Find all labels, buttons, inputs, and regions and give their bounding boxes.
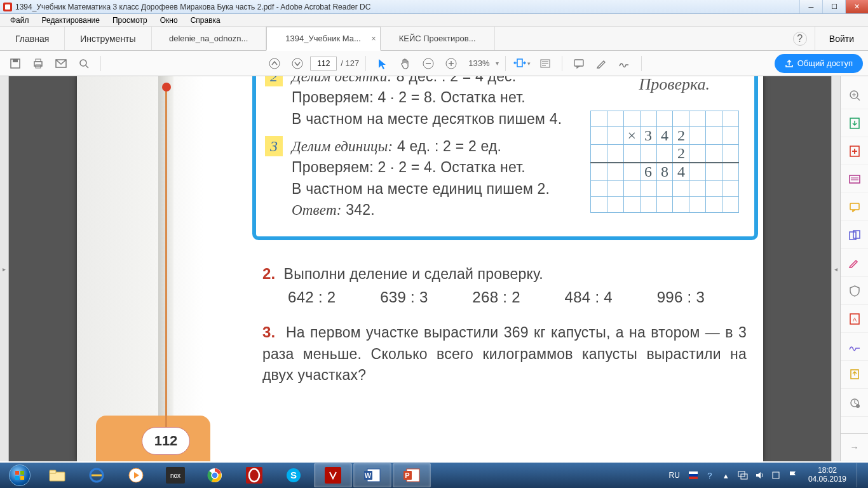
window-title: 1394_Учебник Математика 3 класс Дорофеев… xyxy=(15,3,799,11)
page-input[interactable] xyxy=(310,57,337,71)
tray-flag-icon[interactable] xyxy=(688,470,699,481)
window-minimize[interactable]: ─ xyxy=(799,0,822,13)
sign-icon[interactable] xyxy=(614,53,635,74)
page-up-icon[interactable] xyxy=(264,53,285,74)
tool-comment-icon[interactable] xyxy=(841,193,869,221)
taskbar-ie-icon[interactable] xyxy=(78,463,116,487)
tool-redact-icon[interactable] xyxy=(841,277,869,305)
window-maximize[interactable]: ☐ xyxy=(822,0,845,13)
show-desktop[interactable] xyxy=(857,463,863,487)
svg-point-11 xyxy=(292,58,302,69)
doc-tab-2[interactable]: 1394_Учебник Ма...× xyxy=(266,27,381,51)
menu-file[interactable]: Файл xyxy=(4,15,36,26)
highlight-icon[interactable] xyxy=(592,53,612,74)
system-tray: RU ? ▴ 18:02 04.06.2019 xyxy=(667,463,865,488)
tool-create-pdf-icon[interactable] xyxy=(841,137,869,165)
fit-width-icon[interactable]: ▾ xyxy=(512,53,532,74)
hand-icon[interactable] xyxy=(395,53,416,74)
page-down-icon[interactable] xyxy=(287,53,308,74)
tool-more-icon[interactable] xyxy=(841,389,869,417)
svg-rect-45 xyxy=(20,476,24,480)
window-titlebar: 1394_Учебник Математика 3 класс Дорофеев… xyxy=(0,0,868,14)
tray-sound-icon[interactable] xyxy=(754,470,765,481)
left-panel-toggle[interactable]: ▸ xyxy=(0,76,9,461)
tray-clock[interactable]: 18:02 04.06.2019 xyxy=(803,466,851,484)
doc-tab-3[interactable]: КЕЙС Проектиров... xyxy=(381,27,495,50)
right-panel-toggle[interactable]: ◂ xyxy=(831,76,840,461)
menu-view[interactable]: Просмотр xyxy=(106,15,154,26)
svg-rect-3 xyxy=(13,59,18,62)
taskbar-chrome-icon[interactable] xyxy=(196,463,234,487)
taskbar-nox-icon[interactable]: nox xyxy=(156,463,194,487)
taskbar-word-icon[interactable]: W xyxy=(353,463,391,487)
share-label: Общий доступ xyxy=(797,58,853,68)
login-button[interactable]: Войти xyxy=(815,27,868,50)
doc-tab-1[interactable]: delenie_na_odnozn... xyxy=(152,27,266,50)
app-icon xyxy=(3,2,13,12)
close-tab-icon[interactable]: × xyxy=(372,34,376,43)
zoom-out-icon[interactable] xyxy=(418,53,438,74)
page-number: 112 xyxy=(142,427,190,455)
task-2: 2. Выполни деление и сделай проверку. xyxy=(262,263,543,285)
svg-rect-67 xyxy=(689,474,698,477)
taskbar-explorer-icon[interactable] xyxy=(38,463,76,487)
step-3-badge: 3 xyxy=(265,136,283,156)
svg-rect-43 xyxy=(20,471,24,475)
tray-help-icon[interactable]: ? xyxy=(704,470,715,481)
tool-collapse-icon[interactable]: → xyxy=(841,433,869,461)
tool-export-pdf-icon[interactable] xyxy=(841,109,869,137)
svg-text:W: W xyxy=(365,471,372,479)
svg-rect-42 xyxy=(15,471,19,475)
svg-text:A: A xyxy=(852,316,856,323)
document-view[interactable]: Проверка. 2 Делим десятки: 8 дес. : 2 = … xyxy=(9,76,831,461)
svg-line-24 xyxy=(857,98,860,100)
search-icon[interactable] xyxy=(74,53,94,74)
comment-icon[interactable] xyxy=(569,53,589,74)
tray-flag2-icon[interactable] xyxy=(787,470,798,481)
tool-edit-pdf-icon[interactable] xyxy=(841,165,869,193)
svg-rect-34 xyxy=(850,203,859,210)
taskbar-skype-icon[interactable]: S xyxy=(275,463,313,487)
check-grid: ×342 2 684 xyxy=(590,111,739,207)
start-button[interactable] xyxy=(3,463,37,487)
tray-network-icon[interactable] xyxy=(737,470,749,481)
task-2-items: 642 : 2 639 : 3 268 : 2 484 : 4 996 : 3 xyxy=(288,288,705,306)
mail-icon[interactable] xyxy=(51,53,71,74)
taskbar-opera-icon[interactable] xyxy=(235,463,273,487)
zoom-value[interactable]: 133%▾ xyxy=(464,57,498,70)
tool-combine-icon[interactable] xyxy=(841,221,869,249)
menu-edit[interactable]: Редактирование xyxy=(36,15,106,26)
svg-text:nox: nox xyxy=(170,472,180,479)
svg-rect-17 xyxy=(517,59,522,67)
window-close[interactable]: ✕ xyxy=(845,0,868,13)
tray-action-icon[interactable] xyxy=(770,470,782,481)
tool-fill-sign-icon[interactable] xyxy=(841,333,869,361)
tray-up-icon[interactable]: ▴ xyxy=(721,470,732,481)
taskbar-acrobat-icon[interactable] xyxy=(314,463,352,487)
menu-help[interactable]: Справка xyxy=(184,15,227,26)
tool-search-icon[interactable] xyxy=(841,81,869,109)
tray-lang[interactable]: RU xyxy=(667,470,682,481)
menu-bar: Файл Редактирование Просмотр Окно Справк… xyxy=(0,14,868,27)
step-2-badge: 2 xyxy=(265,76,283,86)
tool-compress-icon[interactable] xyxy=(841,249,869,277)
toolbar: / 127 133%▾ ▾ Общий доступ xyxy=(0,51,868,76)
tool-protect-icon[interactable]: A xyxy=(841,305,869,333)
reflow-icon[interactable] xyxy=(535,53,555,74)
help-icon[interactable]: ? xyxy=(793,32,807,46)
task-3: 3. На первом участке вырастили 369 кг ка… xyxy=(262,322,747,386)
menu-window[interactable]: Окно xyxy=(154,15,184,26)
svg-point-8 xyxy=(80,60,86,66)
save-icon[interactable] xyxy=(5,53,25,74)
tool-send-icon[interactable] xyxy=(841,361,869,389)
pointer-icon[interactable] xyxy=(372,53,393,74)
print-icon[interactable] xyxy=(28,53,48,74)
taskbar-wmp-icon[interactable] xyxy=(117,463,155,487)
right-tool-column: A → xyxy=(840,76,868,461)
taskbar-powerpoint-icon[interactable]: P xyxy=(393,463,431,487)
share-button[interactable]: Общий доступ xyxy=(775,54,863,73)
zoom-in-icon[interactable] xyxy=(441,53,461,74)
tab-tools[interactable]: Инструменты xyxy=(65,27,151,50)
svg-rect-66 xyxy=(689,471,698,474)
tab-home[interactable]: Главная xyxy=(0,27,65,50)
